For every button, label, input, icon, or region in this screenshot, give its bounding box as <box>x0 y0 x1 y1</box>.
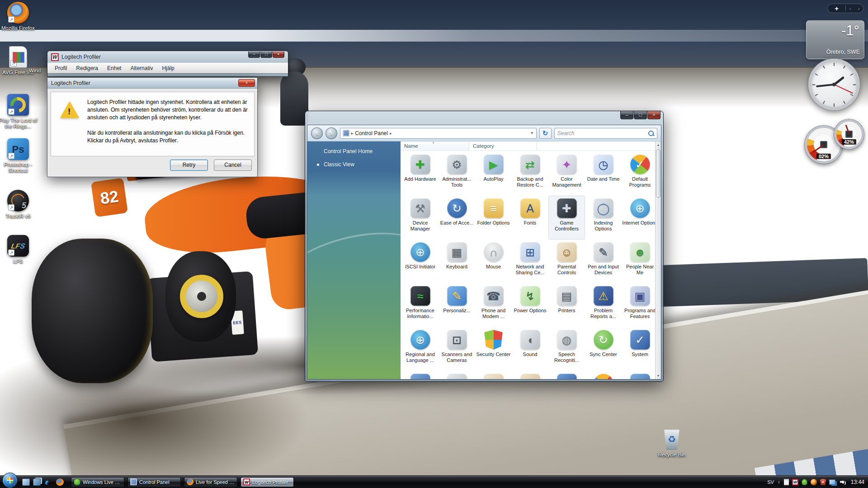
cancel-button[interactable]: Cancel <box>214 160 252 171</box>
breadcrumb-separator-icon[interactable]: ▸ <box>390 131 392 136</box>
cp-item-indexing-options[interactable]: ◯Indexing Options <box>585 196 622 239</box>
maximize-button[interactable]: □ <box>260 52 272 58</box>
cp-item-default-programs[interactable]: ✓Default Programs <box>622 152 655 196</box>
cp-item-iscsi-initiator[interactable]: ⊕iSCSI Initiator <box>402 239 439 283</box>
cp-item-personaliz[interactable]: ✎Personaliz... <box>439 283 475 327</box>
cp-item-printers[interactable]: ▤Printers <box>548 283 585 327</box>
cp-item-fonts[interactable]: AFonts <box>512 196 548 239</box>
internet-explorer-icon[interactable]: e <box>45 479 53 486</box>
clock[interactable]: 13:44 <box>851 479 864 485</box>
desktop-icon-play-the-lord-of-the-rings[interactable]: ↗Play The Lord of the Rings... <box>0 94 39 129</box>
cp-item-problem-reports-a[interactable]: ⚠Problem Reports a... <box>585 283 622 327</box>
cp-item-text-to-speech[interactable]: ☺ <box>475 371 512 379</box>
search-icon[interactable] <box>648 130 654 136</box>
cp-item-system[interactable]: ✓System <box>622 327 655 371</box>
dialog-titlebar[interactable]: Logitech Profiler <box>47 78 257 89</box>
column-header-name[interactable]: ▲ Name <box>401 141 469 150</box>
taskbar-button-windows-live-mess[interactable]: Windows Live Mess... <box>71 477 124 487</box>
menu-item-redigera[interactable]: Redigera <box>71 64 103 73</box>
cp-item-windows-update[interactable] <box>585 371 622 379</box>
ram-meter-gadget[interactable]: 42% <box>834 119 864 149</box>
cp-item-mouse[interactable]: ∩Mouse <box>475 239 512 283</box>
menu-item-hj-lp[interactable]: Hjälp <box>157 64 179 73</box>
desktop-icon-photoshop-shortcut[interactable]: Ps↗Photoshop - Shortcut <box>0 138 39 174</box>
cp-item-security-center[interactable]: Security Center <box>475 327 512 371</box>
sidebar-item-control-panel-home[interactable]: Control Panel Home <box>324 148 401 155</box>
close-button[interactable]: × <box>647 111 660 119</box>
add-gadget-icon[interactable]: + <box>828 5 845 12</box>
desktop-icon-lfs[interactable]: LFS↗LFS <box>0 235 39 264</box>
close-button[interactable]: × <box>273 52 284 58</box>
network-icon[interactable] <box>829 479 835 485</box>
cp-item-folder-options[interactable]: ≡Folder Options <box>475 196 512 239</box>
back-button[interactable]: ‹ <box>311 127 323 139</box>
cp-item-scanners-and-cameras[interactable]: ⊡Scanners and Cameras <box>439 327 475 371</box>
tray-logitech-icon[interactable]: W <box>792 479 798 485</box>
sidebar-item-classic-view[interactable]: Classic View <box>324 161 401 168</box>
scrollbar-thumb[interactable] <box>656 149 660 198</box>
scrollbar[interactable]: ▲ ▼ <box>655 141 661 379</box>
taskbar-button-live-for-speed-pos[interactable]: Live for Speed - Pos... <box>184 477 237 487</box>
gadget-picker[interactable]: + ‹ › <box>827 4 863 13</box>
cp-item-power-options[interactable]: ↯Power Options <box>512 283 548 327</box>
cp-item-tablet-pc-settings[interactable]: ✎ <box>402 371 439 379</box>
cp-item-sound[interactable]: ◖Sound <box>512 327 548 371</box>
switch-windows-icon[interactable] <box>33 479 41 486</box>
cp-item-user-accounts[interactable]: ☻ <box>512 371 548 379</box>
volume-icon[interactable] <box>840 479 847 485</box>
tray-avg-icon[interactable]: × <box>820 479 826 485</box>
scroll-up-icon[interactable]: ▲ <box>656 141 661 148</box>
clock-gadget[interactable] <box>808 59 860 110</box>
cp-item-regional-and-language[interactable]: ⊕Regional and Language ... <box>402 327 439 371</box>
scroll-down-icon[interactable]: ▼ <box>656 372 661 379</box>
cp-item-performance-informatio[interactable]: ≈Performance Informatio... <box>402 283 439 327</box>
cp-item-people-near-me[interactable]: ☻People Near Me <box>622 239 655 283</box>
tray-messenger-icon[interactable] <box>802 479 807 485</box>
address-bar[interactable]: ▸ Control Panel ▸ ▼ <box>340 128 537 139</box>
breadcrumb[interactable]: Control Panel <box>355 130 388 136</box>
tray-notes-icon[interactable] <box>784 479 789 485</box>
menu-item-enhet[interactable]: Enhet <box>103 64 126 73</box>
desktop-icon-trackir-v5[interactable]: 5↗TrackIR v5 <box>0 190 39 219</box>
menu-item-profil[interactable]: Profil <box>50 64 71 73</box>
cp-item-game-controllers[interactable]: ✚Game Controllers <box>548 196 585 239</box>
cp-item-ease-of-acce[interactable]: ↻Ease of Acce... <box>439 196 475 239</box>
cp-item-speech-recogniti[interactable]: ◍Speech Recogniti... <box>548 327 585 371</box>
show-desktop-icon[interactable] <box>22 479 30 486</box>
taskbar-button-control-panel[interactable]: Control Panel <box>127 477 181 487</box>
cp-item-phone-and-modem[interactable]: ☎Phone and Modem ... <box>475 283 512 327</box>
cp-item-parental-controls[interactable]: ☺Parental Controls <box>548 239 585 283</box>
cp-item-sync-center[interactable]: ↻Sync Center <box>585 327 622 371</box>
taskbar-button-logitech-profiler[interactable]: WLogitech Profiler <box>241 477 294 487</box>
start-button[interactable] <box>2 473 18 488</box>
maximize-button[interactable]: □ <box>634 111 647 119</box>
tray-expand-icon[interactable]: ‹ <box>778 479 780 485</box>
retry-button[interactable]: Retry <box>170 160 208 171</box>
language-indicator[interactable]: SV <box>767 479 774 485</box>
cp-item-windows-sidebar[interactable]: ▦ <box>622 371 655 379</box>
firefox-icon[interactable] <box>56 479 64 486</box>
cp-item-network-and-sharing-ce[interactable]: ⊞Network and Sharing Ce... <box>512 239 548 283</box>
cp-item-add-hardware[interactable]: ✚Add Hardware <box>402 152 439 196</box>
cp-item-administrat-tools[interactable]: ⚙Administrat... Tools <box>439 152 475 196</box>
dialog-close-button[interactable]: × <box>238 79 255 87</box>
cp-item-welcome-center[interactable]: ▣ <box>548 371 585 379</box>
forward-button[interactable]: › <box>326 127 337 139</box>
gadget-next-icon[interactable]: › <box>854 6 863 11</box>
search-input[interactable] <box>557 130 648 136</box>
cp-item-pen-and-input-devices[interactable]: ✎Pen and Input Devices <box>585 239 622 283</box>
minimize-button[interactable]: – <box>248 52 260 58</box>
weather-gadget[interactable]: -1° Örebro, SWE <box>806 20 864 59</box>
cp-item-keyboard[interactable]: ▦Keyboard <box>439 239 475 283</box>
cp-item-device-manager[interactable]: ⚒Device Manager <box>402 196 439 239</box>
minimize-button[interactable]: – <box>620 111 633 119</box>
refresh-button[interactable]: ↻ <box>539 128 552 139</box>
tray-app-icon[interactable] <box>811 479 817 485</box>
desktop-icon-mozilla-firefox[interactable]: ↗Mozilla Firefox <box>0 2 39 31</box>
cp-item-color-management[interactable]: ✦Color Management <box>548 152 585 196</box>
menu-item-alternativ[interactable]: Alternativ <box>126 64 157 73</box>
cp-item-internet-options[interactable]: ⊕Internet Options <box>622 196 655 239</box>
cp-item-programs-and-features[interactable]: ▣Programs and Features <box>622 283 655 327</box>
column-header-category[interactable]: Category <box>469 141 537 150</box>
address-dropdown-icon[interactable]: ▼ <box>530 131 534 135</box>
